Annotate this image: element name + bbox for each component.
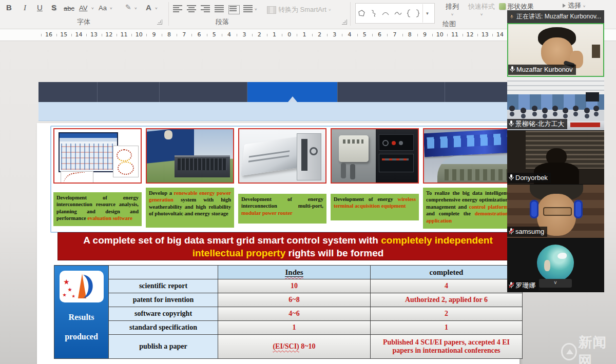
curve-icon[interactable] <box>394 9 402 17</box>
ruler-tick <box>102 34 102 36</box>
speaking-banner: 正在讲话: Muzaffar Kurbonov... <box>507 10 604 23</box>
align-center-icon[interactable] <box>187 5 196 12</box>
ruler-number: 4 <box>224 31 235 38</box>
mic-on-icon <box>510 66 515 73</box>
highlight-pen-icon[interactable]: ✎ <box>125 3 131 12</box>
completed-value: Authorized 2, applied for 6 <box>371 293 523 307</box>
ruler-tick <box>117 34 117 36</box>
font-dialog-launcher-icon[interactable] <box>157 19 162 25</box>
select-pointer-icon <box>563 4 566 8</box>
table-row: standard specification11 <box>54 321 523 335</box>
audience-member <box>573 106 579 111</box>
image-power-router <box>238 128 326 184</box>
smartart-icon <box>267 6 276 14</box>
arc-down-icon[interactable] <box>381 9 390 17</box>
select-button[interactable]: 选择 ˅ <box>563 1 599 10</box>
convert-to-smartart-button[interactable]: 转换为 SmartArt ˅ <box>267 5 331 14</box>
meeting-panel: 正在讲话: Muzaffar Kurbonov... ∧ Muzaffar Ku… <box>507 10 604 292</box>
completed-value: 1 <box>371 321 523 335</box>
ruler-number: 8 <box>405 31 415 38</box>
table-row: patent for invention6~8Authorized 2, app… <box>54 293 523 307</box>
video-tile-donyorbek[interactable]: Donyorbek <box>507 131 604 185</box>
line-spacing-icon[interactable] <box>243 5 253 12</box>
table-row: software copyright4~62 <box>54 307 523 321</box>
ruler-tick <box>86 34 87 36</box>
scribble-shape-icon[interactable] <box>370 9 377 17</box>
ruler-number: 3 <box>330 31 340 38</box>
text-segment: evaluation software <box>87 215 132 221</box>
arrange-button[interactable]: 排列 ˅ <box>440 2 464 17</box>
caption-evaluation-software: Development of energy interconnection re… <box>53 192 142 226</box>
ruler-number: 4 <box>344 31 355 38</box>
svg-text:★: ★ <box>63 293 67 297</box>
paragraph-dialog-launcher-icon[interactable] <box>342 19 347 25</box>
distribute-text-icon[interactable] <box>228 5 240 14</box>
quick-styles-button[interactable]: 快速样式 ˅ <box>466 2 497 17</box>
participant-name-label: samsumg <box>507 227 547 237</box>
freeform-shape-icon[interactable] <box>358 9 366 17</box>
audience-member <box>563 108 568 113</box>
align-left-icon[interactable] <box>173 5 182 12</box>
text-segment: modular power router <box>241 210 293 216</box>
audience-member <box>542 108 548 113</box>
slide-nav-tab-3 <box>160 82 247 102</box>
collapse-panel-button[interactable]: ˅ <box>539 279 572 288</box>
italic-button[interactable]: I <box>24 3 26 12</box>
underline-button[interactable]: U <box>37 3 43 12</box>
chevron-down-icon[interactable]: ˅ <box>134 6 137 11</box>
justify-icon[interactable] <box>215 5 224 12</box>
header-index: Indes <box>218 266 371 279</box>
ruler-tick <box>162 34 162 36</box>
index-value: (EI/SCI) <box>273 342 299 350</box>
ruler-tick <box>71 34 72 36</box>
index-value: 10 <box>291 282 298 290</box>
ruler-number: 3 <box>239 31 249 38</box>
bold-button[interactable]: B <box>6 3 12 12</box>
ruler-number: 10 <box>134 31 144 38</box>
ruler-tick <box>297 34 297 36</box>
ruler-number: 5 <box>359 31 370 38</box>
chevron-down-icon[interactable]: ˅ <box>155 6 158 11</box>
chevron-down-icon[interactable]: ˅ <box>110 6 112 11</box>
strikethrough-button[interactable]: abc <box>64 4 74 13</box>
image-control-center <box>423 128 511 184</box>
video-tile-samsumg[interactable]: samsumg <box>507 185 604 238</box>
row-label: standard specification <box>109 321 218 335</box>
ruler-tick <box>447 34 448 36</box>
ruler-number: 12 <box>465 31 475 38</box>
text-shadow-button[interactable]: S <box>51 3 56 12</box>
chevron-down-icon[interactable]: ˅ <box>91 6 94 11</box>
video-tile-classroom[interactable]: 景柳铭-北方工大 <box>507 77 604 131</box>
shape-effects-icon <box>499 3 506 10</box>
ruler-number: 9 <box>420 31 430 38</box>
svg-text:★: ★ <box>72 294 75 298</box>
shapes-gallery[interactable]: ▼ <box>355 3 435 24</box>
ruler-number: 1 <box>270 31 280 38</box>
results-label-line1: Results <box>56 313 106 322</box>
ruler-tick <box>402 34 403 36</box>
text-segment: Development of energy interconnection mu… <box>241 196 323 209</box>
text-segment: A complete set of big data smart grid sm… <box>83 235 381 246</box>
font-color-button[interactable]: A <box>146 3 151 12</box>
mic-on-icon <box>509 120 514 127</box>
change-case-button[interactable]: Aa <box>99 4 107 13</box>
ruler-number: 2 <box>254 31 264 38</box>
right-brace-icon[interactable] <box>415 9 420 18</box>
chevron-down-icon[interactable]: ˅ <box>255 7 257 12</box>
completed-value: 4 <box>371 279 523 293</box>
image-wireless-terminals <box>331 128 419 184</box>
shapes-gallery-more-icon[interactable]: ▼ <box>422 4 432 23</box>
ruler-tick <box>252 34 253 36</box>
ruler-number: 16 <box>44 31 54 38</box>
ruler-tick <box>357 34 358 36</box>
align-right-icon[interactable] <box>201 5 210 12</box>
video-tile-muzaffar[interactable]: ∧ Muzaffar Kurbonov <box>507 23 604 77</box>
left-brace-icon[interactable] <box>406 9 411 18</box>
video-tile-luoshanna[interactable]: ˅ 罗珊娜 <box>507 238 604 292</box>
index-value: 1 <box>293 323 296 331</box>
image-solar-plant <box>146 128 234 184</box>
row-label: patent for invention <box>109 293 218 307</box>
character-spacing-button[interactable]: AV <box>79 4 87 13</box>
ruler-tick <box>177 34 177 36</box>
project-logo: ★ ★ ★ ★ <box>60 271 104 302</box>
